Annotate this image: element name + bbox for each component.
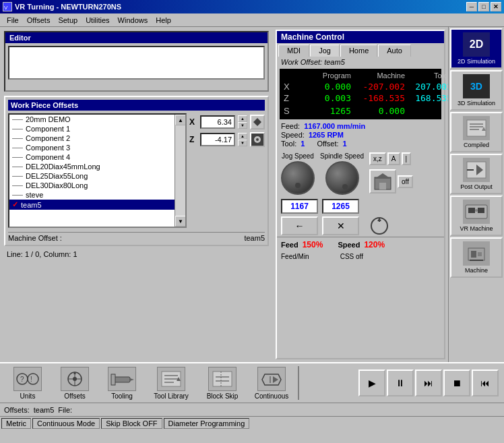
sidebar-compiled-label: Compiled <box>464 142 489 148</box>
svg-rect-25 <box>478 252 482 256</box>
stop-button[interactable]: ✕ <box>322 216 359 235</box>
toolbar-tool-library[interactable]: Tool Library <box>147 367 195 400</box>
mc-tabs: MDI Jog Home Auto <box>277 43 444 57</box>
jog-section: Jog Speed Spindle Speed x,z A | <box>277 150 444 198</box>
pause-button[interactable]: ⏸ <box>387 370 414 396</box>
spindle-speed-knob[interactable] <box>325 161 359 195</box>
block-skip-icon <box>208 367 237 391</box>
rewind-button[interactable]: ⏮ <box>472 370 499 396</box>
mc-info: Feed: 1167.000 mm/min Speed: 1265 RPM To… <box>277 121 444 150</box>
step-button[interactable]: ⏭ <box>415 370 442 396</box>
bottom-toolbar: ? ! Units Offsets Tooling <box>0 362 504 403</box>
a-button[interactable]: A <box>387 152 400 165</box>
x-action-button[interactable] <box>250 115 265 129</box>
svg-point-34 <box>73 377 77 381</box>
feed-input[interactable] <box>281 199 318 214</box>
diameter-programming-tag[interactable]: Diameter Programming <box>164 418 250 429</box>
z-input[interactable] <box>200 133 235 146</box>
tab-home[interactable]: Home <box>340 45 377 57</box>
speed-pct-value: 120% <box>364 240 385 249</box>
menu-help[interactable]: Help <box>152 16 175 25</box>
machine-control-title: Machine Control <box>277 31 444 43</box>
menu-windows[interactable]: Windows <box>114 16 152 25</box>
x-input[interactable] <box>200 115 235 129</box>
list-item[interactable]: 20mm DEMO <box>9 115 175 124</box>
tool-library-label: Tool Library <box>154 392 189 400</box>
list-item[interactable]: DEL25Diax55Long <box>9 171 175 181</box>
svg-point-4 <box>256 138 259 141</box>
stop-button[interactable]: ⏹ <box>443 370 470 396</box>
toolbar-tooling[interactable]: Tooling <box>100 367 144 400</box>
close-button[interactable]: ✕ <box>491 2 501 11</box>
home-graphic-button[interactable] <box>369 169 396 194</box>
feed-pct-value: 150% <box>303 240 323 249</box>
skip-block-tag[interactable]: Skip Block OFF <box>101 418 162 429</box>
offset-label: Offset: <box>317 140 338 148</box>
toolbar-block-skip[interactable]: Block Skip <box>198 367 247 400</box>
maximize-button[interactable]: □ <box>478 2 489 11</box>
feed-min-bar: Feed/Min CSS off <box>277 252 444 261</box>
continuous-mode-tag[interactable]: Continuous Mode <box>32 418 100 429</box>
z-action-button[interactable] <box>250 132 265 147</box>
list-item[interactable]: steve <box>9 190 175 200</box>
sidebar-machine-label: Machine <box>465 267 488 274</box>
direction-buttons: ← ✕ <box>277 215 444 237</box>
x-spin-down[interactable]: ▼ <box>238 122 247 129</box>
toolbar-continuous[interactable]: Continuous <box>249 367 294 400</box>
svg-rect-38 <box>111 374 115 385</box>
sidebar-3d-simulation[interactable]: 3D 3D Simulation <box>450 70 503 111</box>
feed-pct-label: Feed <box>281 241 298 249</box>
feed-speed-bar: Feed 150% Speed 120% <box>277 237 444 252</box>
editor-textarea[interactable] <box>8 46 265 80</box>
menu-offsets[interactable]: Offsets <box>23 16 55 25</box>
minimize-button[interactable]: ─ <box>466 2 477 11</box>
sidebar-2d-simulation[interactable]: 2D 2D Simulation <box>450 28 503 69</box>
menu-utilities[interactable]: Utilities <box>82 16 113 25</box>
back-button[interactable]: ← <box>281 216 318 235</box>
play-button[interactable]: ▶ <box>358 370 385 396</box>
scroll-up-button[interactable]: ▲ <box>175 115 186 125</box>
list-item[interactable]: DEL20Diax45mmLong <box>9 162 175 171</box>
continuous-icon <box>257 367 286 391</box>
machine-offset-label: Machine Offset : <box>8 234 62 242</box>
svg-text:!: ! <box>30 376 32 383</box>
list-item[interactable]: Component 4 <box>9 152 175 162</box>
off-button[interactable]: off <box>398 175 413 188</box>
tab-mdi[interactable]: MDI <box>278 45 309 57</box>
z-spin-down[interactable]: ▼ <box>238 140 247 146</box>
svg-rect-20 <box>468 208 475 213</box>
z-spin-up[interactable]: ▲ <box>238 133 247 140</box>
offsets-label: Offsets <box>64 392 86 400</box>
list-item-selected[interactable]: ✓team5 <box>9 200 175 210</box>
editor-title: Editor <box>5 32 267 43</box>
tooling-label: Tooling <box>111 392 133 400</box>
svg-rect-11 <box>467 120 486 136</box>
menu-file[interactable]: File <box>3 16 23 25</box>
xyz-controls: X ▲ ▼ Z ▲ <box>189 113 265 228</box>
jog-speed-knob[interactable] <box>281 161 315 195</box>
sidebar-post-output[interactable]: Post Output <box>450 154 503 194</box>
spindle-input[interactable] <box>322 199 359 214</box>
toolbar-offsets[interactable]: Offsets <box>53 367 97 400</box>
toolbar-units[interactable]: ? ! Units <box>5 367 50 400</box>
list-item[interactable]: Component 2 <box>9 134 175 143</box>
scroll-down-button[interactable]: ▼ <box>175 216 186 227</box>
xz-button[interactable]: x,z <box>369 152 386 165</box>
svg-marker-37 <box>130 378 134 381</box>
sidebar-vr-machine[interactable]: VR Machine <box>450 196 503 236</box>
menu-setup[interactable]: Setup <box>54 16 82 25</box>
list-item[interactable]: Component 1 <box>9 124 175 134</box>
tab-jog[interactable]: Jog <box>310 45 340 57</box>
list-item[interactable]: Component 3 <box>9 143 175 152</box>
work-piece-panel: Work Piece Offsets 20mm DEMO Component 1… <box>4 96 269 246</box>
x-spin-up[interactable]: ▲ <box>238 115 247 122</box>
list-item[interactable]: DEL30Diax80Long <box>9 181 175 190</box>
sidebar-compiled[interactable]: Compiled <box>450 112 503 152</box>
metric-tag[interactable]: Metric <box>1 418 31 429</box>
sidebar-machine[interactable]: Machine <box>450 237 503 278</box>
l-button[interactable]: | <box>402 152 412 165</box>
tooling-icon <box>108 367 136 391</box>
spindle-button[interactable] <box>366 216 393 235</box>
tab-auto[interactable]: Auto <box>378 45 411 57</box>
sidebar-2d-label: 2D Simulation <box>458 58 495 65</box>
